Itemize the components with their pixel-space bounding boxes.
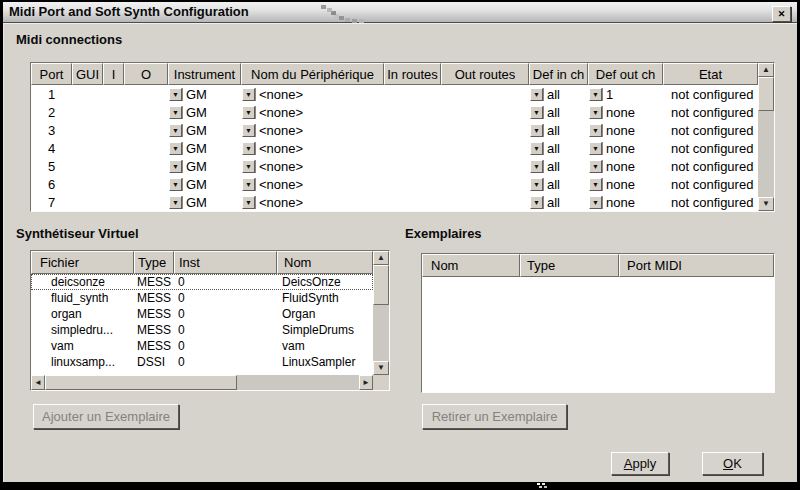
def-in-dropdown[interactable]: ▼: [530, 160, 543, 173]
column-header-port: Port: [31, 63, 72, 85]
synth-row[interactable]: fluid_synth MESS 0 FluidSynth: [31, 290, 373, 306]
ok-button[interactable]: OK: [702, 452, 763, 475]
status-cell: not configured: [663, 85, 758, 103]
column-header-port-midi: Port MIDI: [619, 254, 774, 277]
synth-table-hscrollbar[interactable]: ◄ ►: [31, 375, 373, 390]
type-cell: MESS: [134, 322, 174, 338]
instances-table-body[interactable]: [422, 277, 774, 392]
def-in-dropdown[interactable]: ▼: [530, 196, 543, 209]
fichier-cell: organ: [31, 306, 134, 322]
window-border-artifact: [537, 483, 540, 485]
scroll-up-button[interactable]: ▲: [373, 251, 389, 265]
column-header-device: Nom du Périphérique: [241, 63, 384, 85]
out-flag-cell: [124, 85, 168, 103]
remove-instance-label: Retirer un Exemplaire: [432, 409, 558, 424]
def-in-dropdown[interactable]: ▼: [530, 88, 543, 101]
def-out-dropdown[interactable]: ▼: [589, 178, 602, 191]
instrument-dropdown[interactable]: ▼: [169, 106, 182, 119]
instrument-dropdown[interactable]: ▼: [169, 196, 182, 209]
def-in-cell: ▼ all: [529, 193, 588, 211]
titlebar-artifact: [321, 5, 326, 9]
device-dropdown[interactable]: ▼: [242, 124, 255, 137]
device-dropdown[interactable]: ▼: [242, 106, 255, 119]
out-flag-cell: [124, 193, 168, 211]
chevron-down-icon: ▼: [245, 91, 252, 98]
device-dropdown[interactable]: ▼: [242, 196, 255, 209]
hscroll-thumb[interactable]: [45, 375, 237, 390]
virtual-synth-label: Synthétiseur Virtuel: [16, 226, 139, 241]
synth-row[interactable]: linuxsamp... DSSI 0 LinuxSampler: [31, 354, 373, 370]
gui-cell: [72, 121, 103, 139]
vscroll-thumb[interactable]: [373, 265, 389, 305]
device-dropdown[interactable]: ▼: [242, 142, 255, 155]
def-out-dropdown[interactable]: ▼: [589, 106, 602, 119]
close-button[interactable]: ✕: [772, 6, 791, 22]
in-routes-cell: [384, 103, 441, 121]
def-out-dropdown[interactable]: ▼: [589, 142, 602, 155]
titlebar[interactable]: Midi Port and Soft Synth Configuration ✕: [3, 2, 797, 23]
midi-table-body: 1 ▼ GM ▼ <none> ▼ all: [31, 85, 758, 211]
midi-table-vscrollbar[interactable]: ▲ ▼: [758, 63, 774, 211]
synth-row[interactable]: organ MESS 0 Organ: [31, 306, 373, 322]
inst-cell: 0: [174, 306, 277, 322]
status-cell: not configured: [663, 193, 758, 211]
column-header-out-routes: Out routes: [441, 63, 529, 85]
midi-port-row[interactable]: 5 ▼ GM ▼ <none> ▼ all: [31, 157, 758, 175]
def-in-dropdown[interactable]: ▼: [530, 178, 543, 191]
scroll-down-button[interactable]: ▼: [758, 197, 774, 211]
chevron-down-icon: ▼: [592, 109, 599, 116]
midi-port-row[interactable]: 4 ▼ GM ▼ <none> ▼ all: [31, 139, 758, 157]
synth-table-vscrollbar[interactable]: ▲ ▼: [373, 251, 389, 375]
synth-row[interactable]: simpledru... MESS 0 SimpleDrums: [31, 322, 373, 338]
def-out-dropdown[interactable]: ▼: [589, 196, 602, 209]
out-flag-cell: [124, 175, 168, 193]
in-flag-cell: [103, 193, 124, 211]
midi-port-row[interactable]: 2 ▼ GM ▼ <none> ▼ all: [31, 103, 758, 121]
instrument-dropdown[interactable]: ▼: [169, 88, 182, 101]
remove-instance-button[interactable]: Retirer un Exemplaire: [422, 404, 567, 429]
synth-row[interactable]: vam MESS 0 vam: [31, 338, 373, 354]
device-dropdown[interactable]: ▼: [242, 178, 255, 191]
midi-port-row[interactable]: 6 ▼ GM ▼ <none> ▼ all: [31, 175, 758, 193]
device-value: <none>: [259, 195, 303, 210]
scroll-right-icon: ►: [362, 379, 370, 387]
scroll-up-button[interactable]: ▲: [758, 63, 774, 77]
midi-port-row[interactable]: 7 ▼ GM ▼ <none> ▼ all: [31, 193, 758, 211]
instrument-value: GM: [186, 123, 207, 138]
instrument-dropdown[interactable]: ▼: [169, 124, 182, 137]
instrument-dropdown[interactable]: ▼: [169, 142, 182, 155]
instrument-value: GM: [186, 105, 207, 120]
device-dropdown[interactable]: ▼: [242, 88, 255, 101]
def-out-dropdown[interactable]: ▼: [589, 160, 602, 173]
scrollbar-corner: [373, 375, 389, 390]
chevron-down-icon: ▼: [533, 199, 540, 206]
add-instance-button[interactable]: Ajouter un Exemplaire: [33, 404, 179, 429]
instrument-cell: ▼ GM: [168, 157, 241, 175]
def-in-dropdown[interactable]: ▼: [530, 124, 543, 137]
def-out-dropdown[interactable]: ▼: [589, 124, 602, 137]
chevron-down-icon: ▼: [592, 199, 599, 206]
scroll-right-button[interactable]: ►: [359, 375, 373, 390]
chevron-down-icon: ▼: [592, 181, 599, 188]
device-dropdown[interactable]: ▼: [242, 160, 255, 173]
instrument-dropdown[interactable]: ▼: [169, 178, 182, 191]
instrument-dropdown[interactable]: ▼: [169, 160, 182, 173]
device-cell: ▼ <none>: [241, 175, 384, 193]
instrument-cell: ▼ GM: [168, 103, 241, 121]
scroll-down-button[interactable]: ▼: [373, 361, 389, 375]
def-in-dropdown[interactable]: ▼: [530, 142, 543, 155]
def-in-dropdown[interactable]: ▼: [530, 106, 543, 119]
chevron-down-icon: ▼: [533, 163, 540, 170]
def-out-dropdown[interactable]: ▼: [589, 88, 602, 101]
scroll-left-button[interactable]: ◄: [31, 375, 45, 390]
apply-button[interactable]: Apply: [611, 452, 669, 475]
vscroll-thumb[interactable]: [758, 77, 774, 111]
port-number: 5: [31, 157, 72, 175]
in-flag-cell: [103, 157, 124, 175]
inst-cell: 0: [174, 354, 277, 370]
midi-port-row[interactable]: 1 ▼ GM ▼ <none> ▼ all: [31, 85, 758, 103]
nom-cell: SimpleDrums: [277, 322, 373, 338]
midi-port-row[interactable]: 3 ▼ GM ▼ <none> ▼ all: [31, 121, 758, 139]
synth-row[interactable]: deicsonze MESS 0 DeicsOnze: [31, 274, 373, 290]
fichier-cell: linuxsamp...: [31, 354, 134, 370]
